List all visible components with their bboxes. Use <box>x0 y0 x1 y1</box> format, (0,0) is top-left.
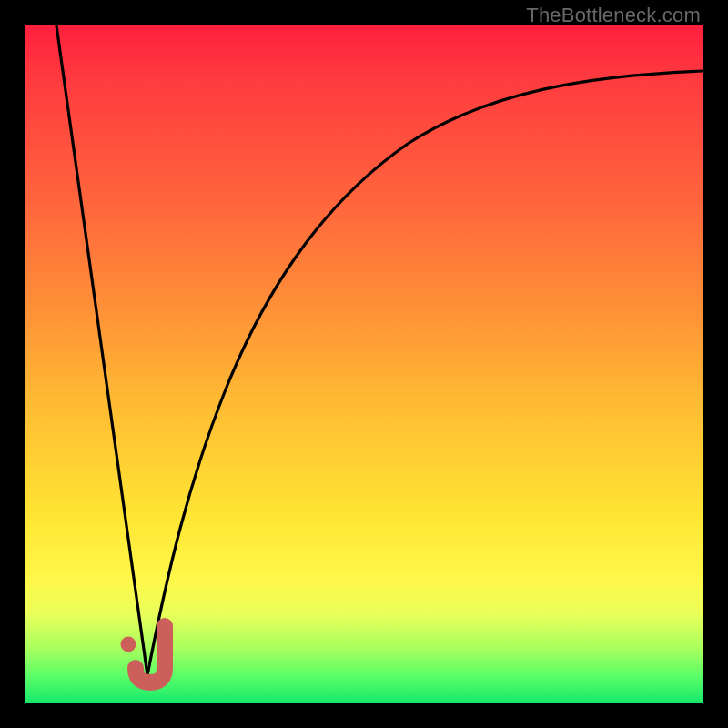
plot-area <box>25 25 703 703</box>
left-descent-line <box>56 25 147 675</box>
chart-frame: TheBottleneck.com <box>0 0 728 728</box>
right-rising-curve <box>147 71 703 675</box>
curve-layer <box>25 25 703 703</box>
dot-marker <box>121 637 136 652</box>
watermark-text: TheBottleneck.com <box>526 4 701 27</box>
